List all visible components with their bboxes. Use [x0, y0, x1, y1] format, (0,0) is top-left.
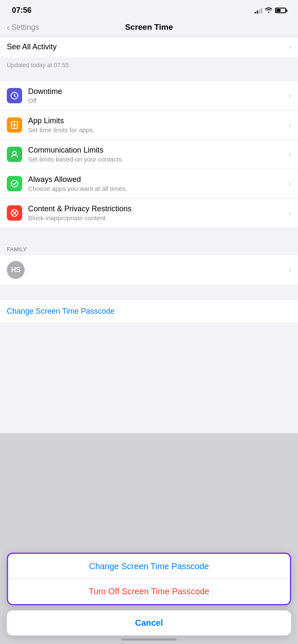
app-limits-title: App Limits: [28, 116, 285, 125]
chevron-right-icon: ›: [289, 91, 291, 100]
svg-point-2: [13, 151, 16, 155]
app-limits-row[interactable]: App Limits Set time limits for apps. ›: [0, 111, 298, 140]
content-privacy-title: Content & Privacy Restrictions: [28, 204, 285, 213]
app-limits-subtitle: Set time limits for apps.: [28, 126, 285, 133]
passcode-row: Change Screen Time Passcode: [0, 300, 298, 323]
always-allowed-title: Always Allowed: [28, 175, 285, 184]
content-privacy-icon: [7, 205, 22, 221]
downtime-title: Downtime: [28, 87, 285, 96]
status-bar: 07:56: [0, 0, 298, 18]
action-sheet-group: Change Screen Time Passcode Turn Off Scr…: [7, 553, 291, 605]
updated-label: Updated today at 07:55: [0, 57, 298, 73]
cancel-button[interactable]: Cancel: [7, 610, 291, 635]
menu-items-section: Downtime Off › App Limits Set time limit…: [0, 81, 298, 227]
see-all-activity-label: See All Activity: [7, 43, 285, 51]
downtime-subtitle: Off: [28, 97, 285, 104]
always-allowed-row[interactable]: Always Allowed Choose apps you want at a…: [0, 169, 298, 199]
nav-bar: ‹ Settings Screen Time: [0, 18, 298, 37]
communication-limits-subtitle: Set limits based on your contacts.: [28, 156, 285, 163]
battery-icon: [275, 8, 286, 13]
always-allowed-icon: [7, 176, 22, 191]
chevron-right-icon: ›: [289, 121, 291, 130]
content: See All Activity › Updated today at 07:5…: [0, 37, 298, 433]
communication-limits-row[interactable]: Communication Limits Set limits based on…: [0, 140, 298, 169]
communication-limits-title: Communication Limits: [28, 146, 285, 155]
family-section-header: FAMILY: [0, 243, 298, 255]
page-title: Screen Time: [125, 23, 173, 32]
chevron-right-icon: ›: [289, 43, 291, 51]
action-sheet-cancel: Cancel: [7, 610, 291, 635]
change-passcode-button[interactable]: Change Screen Time Passcode: [8, 554, 290, 579]
chevron-left-icon: ‹: [7, 23, 10, 32]
change-passcode-link[interactable]: Change Screen Time Passcode: [7, 307, 115, 315]
content-privacy-subtitle: Block inappropriate content.: [28, 214, 285, 221]
chevron-right-icon: ›: [289, 209, 291, 218]
svg-point-3: [11, 180, 18, 187]
home-indicator: [121, 638, 177, 641]
see-all-activity-row[interactable]: See All Activity ›: [0, 37, 298, 57]
communication-limits-icon: [7, 147, 22, 162]
content-privacy-row[interactable]: Content & Privacy Restrictions Block ina…: [0, 199, 298, 227]
status-icons: [255, 7, 286, 14]
chevron-right-icon: ›: [289, 150, 291, 159]
always-allowed-subtitle: Choose apps you want at all times.: [28, 185, 285, 192]
app-limits-icon: [7, 117, 22, 133]
avatar: HS: [7, 261, 25, 279]
bottom-space: [0, 323, 298, 433]
status-time: 07:56: [12, 6, 32, 15]
back-button[interactable]: ‹ Settings: [7, 23, 39, 32]
gap1: [0, 73, 298, 81]
gap2: [0, 227, 298, 243]
chevron-right-icon: ›: [289, 179, 291, 188]
downtime-icon: [7, 88, 22, 103]
family-section: HS ›: [0, 255, 298, 285]
family-member-row[interactable]: HS ›: [0, 255, 298, 285]
turn-off-passcode-button[interactable]: Turn Off Screen Time Passcode: [8, 579, 290, 604]
action-sheet-overlay: Change Screen Time Passcode Turn Off Scr…: [0, 553, 298, 644]
downtime-row[interactable]: Downtime Off ›: [0, 81, 298, 111]
wifi-icon: [265, 7, 272, 14]
signal-icon: [255, 8, 262, 14]
gap3: [0, 285, 298, 300]
see-all-activity-section: See All Activity ›: [0, 37, 298, 57]
chevron-right-icon: ›: [289, 266, 291, 275]
